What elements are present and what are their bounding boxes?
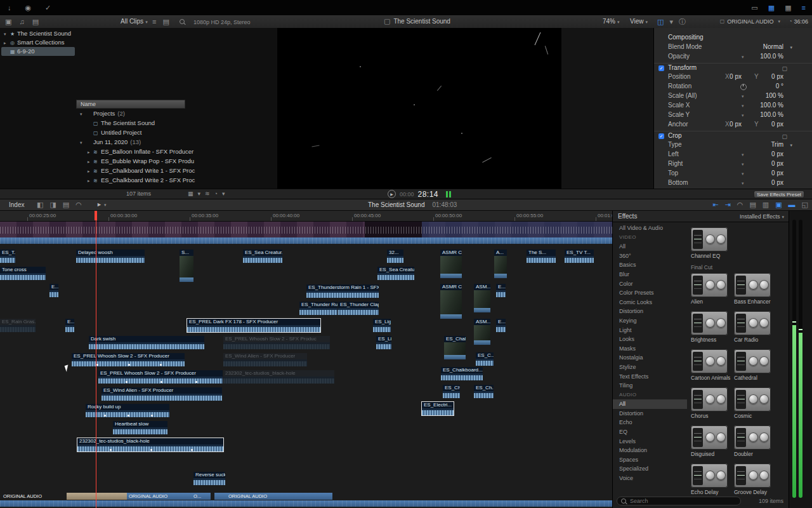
- sidebar-item[interactable]: ▾★The Scientist Sound: [1, 29, 75, 38]
- effects-category-item[interactable]: Spaces: [613, 455, 687, 465]
- timeline-clip[interactable]: E...: [49, 284, 58, 297]
- slider-marker-icon[interactable]: ▾: [742, 169, 744, 178]
- timeline-clip[interactable]: 32...: [387, 250, 403, 263]
- y-value-field[interactable]: 0 px: [771, 119, 783, 129]
- x-value-field[interactable]: 0 px: [730, 119, 742, 129]
- audio-inspector-icon[interactable]: ▾: [669, 18, 673, 25]
- effect-thumbnail[interactable]: [691, 425, 728, 450]
- timeline-clip[interactable]: ES_Rain Gras...: [0, 319, 36, 332]
- effect-thumbnail[interactable]: [691, 273, 728, 297]
- keyframe-dot[interactable]: [150, 449, 152, 451]
- transition-icon[interactable]: ◨: [49, 201, 56, 208]
- timeline-clip[interactable]: Rocky build up: [86, 404, 169, 417]
- save-effects-preset-button[interactable]: Save Effects Preset: [754, 190, 804, 198]
- y-value-field[interactable]: 0 px: [771, 72, 783, 81]
- inspector-clip-name[interactable]: ▢ORIGINAL AUDIO▾: [720, 18, 780, 25]
- effect-thumbnail[interactable]: [691, 227, 728, 251]
- timeline-clip[interactable]: 232302_tec-studios_black-hole: [77, 438, 223, 451]
- effect-thumbnail[interactable]: [734, 349, 771, 373]
- slider-marker-icon[interactable]: ▾: [742, 52, 744, 62]
- keyframe-dot[interactable]: [126, 381, 128, 383]
- keyframe-dot[interactable]: [110, 449, 112, 451]
- download-icon[interactable]: ↓: [8, 4, 11, 11]
- grid-view-icon[interactable]: ▦: [188, 191, 193, 197]
- effects-category-item[interactable]: 360°: [613, 251, 687, 261]
- timeline-clip[interactable]: Dark swish: [89, 336, 204, 349]
- sidebar-item[interactable]: ▦6-9-20: [1, 47, 75, 56]
- value-field[interactable]: Normal: [763, 42, 783, 51]
- timeline-clip[interactable]: Tone cross: [0, 267, 46, 280]
- timeline-clip[interactable]: E...: [496, 284, 506, 297]
- keyframe-dot[interactable]: [96, 364, 98, 366]
- effect-thumbnail[interactable]: [734, 464, 771, 488]
- effects-category-item[interactable]: Text Effects: [613, 372, 687, 382]
- value-field[interactable]: Trim: [771, 140, 783, 149]
- effect-thumbnail[interactable]: [734, 273, 771, 297]
- timeline-clip[interactable]: ASMR Ch...: [440, 284, 462, 319]
- effects-category-item[interactable]: Masks: [613, 344, 687, 354]
- disclosure-triangle[interactable]: ▸: [88, 166, 93, 175]
- timeline-clip[interactable]: ES_Wind Alien - SFX Producer: [223, 353, 307, 366]
- effects-category-item[interactable]: Echo: [613, 418, 687, 427]
- browser-row[interactable]: ▸≋ES_Balloon Inflate - SFX Producer: [76, 147, 278, 156]
- playhead-handle[interactable]: [95, 211, 97, 220]
- disclosure-triangle[interactable]: ▾: [80, 109, 86, 118]
- all-clips-dropdown[interactable]: All Clips▾: [121, 18, 148, 25]
- effects-category-item[interactable]: Distortion: [613, 409, 687, 418]
- primary-storyline-audio[interactable]: [0, 237, 612, 244]
- effects-category-item[interactable]: Color Presets: [613, 288, 687, 298]
- slider-marker-icon[interactable]: ▾: [742, 91, 744, 101]
- trim-start-icon[interactable]: ⇤: [712, 201, 718, 208]
- view-dropdown[interactable]: View▾: [630, 18, 648, 25]
- timeline-clip[interactable]: ES_Sea Creatu...: [377, 267, 414, 280]
- browser-name-column-header[interactable]: Name: [76, 100, 185, 109]
- timeline-clip[interactable]: ES_Sea Creatur...: [243, 250, 282, 263]
- effects-category-item[interactable]: Tiling: [613, 381, 687, 391]
- effects-category-item[interactable]: Specialized: [613, 464, 687, 474]
- timeline-clip[interactable]: ES_PREL Whoosh Slow 2 - SFX Producer: [98, 370, 223, 384]
- effects-category-item[interactable]: Keying: [613, 316, 687, 326]
- timeline-clip[interactable]: E...: [65, 319, 74, 332]
- skimming-icon[interactable]: ◠: [737, 201, 743, 208]
- effects-category-item[interactable]: Voice: [613, 474, 687, 483]
- timeline-clip[interactable]: ES_Chalk...: [444, 336, 466, 359]
- browser-row[interactable]: ▢The Scientist Sound: [76, 118, 278, 128]
- timeline-clip[interactable]: ES_PREL Whoosh Slow 2 - SFX Producer: [72, 353, 185, 366]
- effects-category-item[interactable]: Light: [613, 326, 687, 335]
- effects-category-item[interactable]: Blur: [613, 270, 687, 279]
- timeline-clip[interactable]: ES_Thunder Clap 7...: [338, 302, 379, 315]
- effect-thumbnail[interactable]: [691, 464, 728, 488]
- timeline-clip[interactable]: Reverse suck: [193, 472, 225, 485]
- keyframe-dot[interactable]: [104, 415, 106, 417]
- timeline-clip[interactable]: ASM...: [474, 319, 490, 345]
- keyframe-dot[interactable]: [160, 381, 162, 383]
- waveform-icon[interactable]: ≋: [205, 191, 210, 197]
- titles-icon[interactable]: ▤: [63, 201, 69, 208]
- effects-category-item[interactable]: Modulation: [613, 446, 687, 455]
- value-field[interactable]: 0 px: [771, 168, 783, 178]
- check-badge-icon[interactable]: ✓: [45, 4, 51, 11]
- audio-meter-mini-icon[interactable]: [446, 191, 451, 197]
- expand-icon[interactable]: ◱: [802, 201, 808, 208]
- browser-row[interactable]: ▸≋ES_Chalkboard Write 2 - SFX Proc: [76, 175, 278, 185]
- disclosure-triangle[interactable]: ▾: [4, 30, 10, 39]
- playhead[interactable]: [96, 211, 96, 508]
- video-inspector-icon[interactable]: ◫: [657, 18, 664, 25]
- audio-skimming-icon[interactable]: ▤: [749, 201, 756, 208]
- search-icon[interactable]: [180, 19, 185, 24]
- effects-category-item[interactable]: Color: [613, 279, 687, 289]
- keyframe-dot[interactable]: [151, 415, 153, 417]
- timeline-clip[interactable]: ES_PREL Whoosh Slow 2 - SFX Produc: [223, 336, 330, 349]
- timeline-clip[interactable]: Delayed woosh: [76, 250, 145, 263]
- disclosure-triangle[interactable]: ▸: [88, 176, 93, 185]
- keyframe-dot[interactable]: [160, 364, 162, 366]
- timeline-clip[interactable]: ES_Wind Alien - SFX Producer: [102, 387, 222, 401]
- value-field[interactable]: 0 px: [771, 178, 783, 187]
- play-button[interactable]: ▶: [388, 190, 396, 198]
- duration-icon[interactable]: ◔: [214, 191, 218, 197]
- keyframe-dot[interactable]: [191, 449, 193, 451]
- timeline-bottom-audio-bar[interactable]: [0, 500, 612, 507]
- effects-category-item[interactable]: Stylize: [613, 363, 687, 372]
- value-field[interactable]: 100.0 %: [760, 110, 783, 119]
- checkbox[interactable]: ✓: [658, 133, 664, 139]
